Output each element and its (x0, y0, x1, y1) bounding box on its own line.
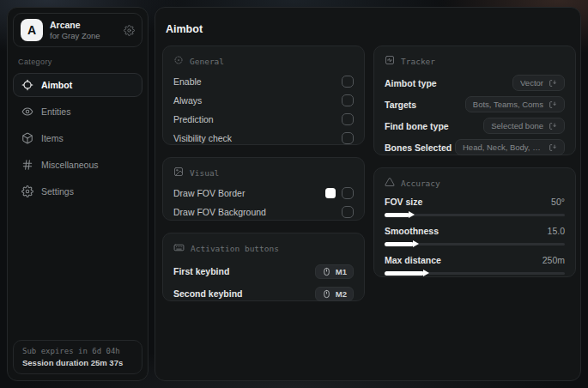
slider-fov-size: FOV size 50° (385, 194, 565, 216)
session-duration-text: Session duration 25m 37s (22, 358, 133, 367)
setting-row-draw-fov-border: Draw FOV Border (173, 184, 354, 203)
sidebar-item-label: Settings (41, 186, 74, 197)
aimbot-type-select[interactable]: Vector (512, 75, 565, 91)
second-keybind-button[interactable]: M2 (315, 287, 354, 301)
keybind-value: M1 (336, 267, 347, 276)
sidebar-item-items[interactable]: Items (13, 126, 142, 150)
slider-label-row: Smoothness 15.0 (385, 223, 565, 239)
draw-fov-background-checkbox[interactable] (342, 206, 354, 218)
visual-card: Visual Draw FOV Border Draw FOV Backgrou… (162, 157, 365, 221)
sidebar-item-entities[interactable]: Entities (13, 100, 142, 124)
fov-size-slider[interactable] (385, 214, 565, 216)
setting-row-aimbot-type: Aimbot type Vector (385, 72, 565, 94)
app-titles: Arcane for Gray Zone (50, 20, 117, 41)
setting-label: First keybind (173, 266, 229, 276)
first-keybind-button[interactable]: M1 (315, 264, 354, 279)
setting-row-second-keybind: Second keybind M2 (173, 282, 354, 305)
expand-select-icon (549, 143, 557, 152)
setting-label: Second keybind (173, 288, 243, 299)
setting-label: Draw FOV Background (173, 207, 266, 217)
slider-fill[interactable] (385, 271, 424, 276)
sidebar-item-settings[interactable]: Settings (13, 179, 142, 203)
general-card-title: General (190, 57, 224, 66)
setting-label: Enable (173, 76, 202, 87)
crosshair-icon (21, 79, 33, 91)
keyboard-icon (173, 242, 185, 255)
slider-value: 50° (551, 197, 565, 207)
sidebar-item-aimbot[interactable]: Aimbot (13, 73, 142, 97)
select-value: Head, Neck, Body, Pe.. (463, 142, 543, 152)
app-header: A Arcane for Gray Zone (13, 13, 142, 47)
setting-label: Find bone type (385, 121, 449, 131)
find-bone-type-select[interactable]: Selected bone (483, 118, 565, 134)
triangle-icon (385, 177, 395, 189)
setting-label: Targets (385, 100, 416, 110)
setting-row-first-keybind: First keybind M1 (173, 260, 354, 282)
slider-smoothness: Smoothness 15.0 (385, 223, 565, 246)
general-card: General Enable Always Prediction Visibil… (162, 45, 365, 145)
slider-label-row: Max distance 250m (385, 252, 565, 268)
always-checkbox[interactable] (342, 94, 354, 106)
setting-label: Visibility check (173, 133, 232, 143)
activity-icon (385, 55, 395, 67)
setting-label: Prediction (173, 114, 214, 124)
accuracy-card-title: Accuracy (401, 179, 440, 188)
app-name: Arcane (50, 20, 117, 31)
setting-label: Bones Selected (385, 142, 452, 153)
sidebar-item-label: Items (41, 133, 64, 143)
category-label: Category (18, 58, 137, 66)
crosshair-dotted-icon (173, 55, 184, 67)
slider-fill[interactable] (385, 213, 409, 217)
draw-fov-border-checkbox[interactable] (342, 187, 354, 199)
setting-row-visibility-check: Visibility check (173, 129, 354, 148)
fov-border-color-swatch[interactable] (325, 188, 336, 198)
select-value: Bots, Teams, Coms (473, 100, 543, 109)
fov-border-controls (325, 187, 354, 199)
main-panel: Aimbot General Enable Always Prediction … (155, 7, 581, 381)
app-subtitle: for Gray Zone (50, 31, 117, 41)
slider-label: Max distance (385, 255, 441, 265)
prediction-checkbox[interactable] (342, 113, 354, 125)
sidebar-item-miscellaneous[interactable]: Miscellaneous (13, 153, 142, 177)
keybind-value: M2 (336, 289, 347, 299)
visual-card-header: Visual (173, 167, 354, 179)
slider-label: FOV size (385, 197, 422, 207)
slider-value: 250m (543, 255, 565, 265)
max-distance-slider[interactable] (385, 272, 565, 275)
setting-row-find-bone-type: Find bone type Selected bone (385, 115, 565, 136)
slider-label-row: FOV size 50° (385, 194, 565, 209)
targets-select[interactable]: Bots, Teams, Coms (465, 96, 565, 112)
slider-value: 15.0 (548, 226, 565, 236)
setting-label: Aimbot type (385, 78, 437, 88)
slider-max-distance: Max distance 250m (385, 252, 565, 275)
activation-card-header: Activation buttons (173, 242, 354, 255)
subscription-info: Sub expires in 6d 04h Session duration 2… (13, 340, 142, 374)
setting-row-draw-fov-background: Draw FOV Background (173, 203, 354, 221)
slider-fill[interactable] (385, 242, 414, 246)
expand-select-icon (549, 122, 557, 130)
setting-label: Draw FOV Border (173, 188, 245, 198)
setting-row-prediction: Prediction (173, 110, 354, 129)
page-title: Aimbot (166, 23, 203, 35)
select-value: Vector (520, 78, 543, 88)
box-icon (21, 132, 33, 144)
setting-label: Always (173, 95, 202, 106)
sidebar: A Arcane for Gray Zone Category Aimbot E… (7, 7, 149, 381)
expand-select-icon (549, 100, 557, 109)
sidebar-item-label: Aimbot (41, 80, 72, 90)
sub-expires-text: Sub expires in 6d 04h (22, 347, 133, 355)
sidebar-item-label: Miscellaneous (41, 160, 99, 170)
tracker-card-header: Tracker (385, 55, 565, 67)
bones-selected-select[interactable]: Head, Neck, Body, Pe.. (455, 139, 565, 155)
smoothness-slider[interactable] (385, 243, 565, 246)
tracker-card: Tracker Aimbot type Vector Targets Bots,… (373, 45, 576, 155)
activation-card-title: Activation buttons (191, 244, 279, 253)
gear-icon (21, 185, 33, 197)
hash-icon (21, 159, 33, 171)
enable-checkbox[interactable] (342, 76, 354, 88)
visual-card-title: Visual (190, 168, 219, 178)
visibility-check-checkbox[interactable] (342, 132, 354, 144)
settings-gear-icon[interactable] (124, 25, 135, 36)
image-icon (173, 167, 184, 179)
activation-card: Activation buttons First keybind M1 Seco… (162, 233, 365, 301)
